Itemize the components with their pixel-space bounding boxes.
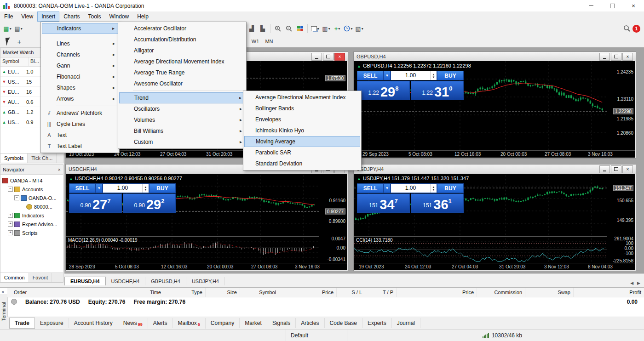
lot-input[interactable]: 1.00▲▼ [103,183,149,193]
column-type[interactable]: Type [164,288,205,297]
navigator-item-accounts[interactable]: −Accounts [2,185,63,193]
chart-shift-icon[interactable]: ▙ [258,23,268,34]
lot-dropdown-icon[interactable]: ▼ [384,183,391,193]
zoom-out-icon[interactable] [284,23,294,34]
terminal-tab-market[interactable]: Market [240,318,267,328]
navigator-item-server[interactable]: −OANDA-O... [2,193,63,202]
menu-item-volumes[interactable]: Volumes▸ [119,114,245,125]
window-maximize-button[interactable] [602,0,623,11]
menu-item-channels[interactable]: Channels▸ [42,49,118,60]
navigator-item-account-server[interactable]: OANDA - MT4 [2,176,63,185]
tab-favorites[interactable]: Favorit [29,273,52,282]
lot-dropdown-icon[interactable]: ▼ [96,183,103,193]
lot-spinner[interactable]: ▲▼ [430,71,437,80]
menu-item-andrews-pitchfork[interactable]: ⫽Andrews' Pitchfork [42,108,118,119]
menu-insert[interactable]: Insert [37,11,59,22]
sell-button[interactable]: SELL [357,71,384,80]
menu-item-arrows[interactable]: Arrows▸ [42,93,118,104]
buy-button[interactable]: BUY [149,183,176,193]
menu-item-trend[interactable]: Trend▸ [119,92,245,103]
menu-item-lines[interactable]: Lines▸ [42,38,118,49]
sell-price[interactable]: 0.90277 [69,193,122,213]
terminal-tab-journal[interactable]: Journal [392,318,420,328]
indicator-list-icon[interactable]: ▟ [247,23,257,34]
chart-tab-usdchf[interactable]: USDCHF,H4 [106,277,146,285]
lot-spinner[interactable]: ▲▼ [430,184,437,193]
sell-price[interactable]: 151347 [357,193,410,213]
column-symbol[interactable]: Symbol [0,57,29,66]
cascade-windows-icon[interactable]: ▾ [310,23,320,34]
terminal-tab-company[interactable]: Company [206,318,240,328]
menu-item-alligator[interactable]: Alligator [119,45,245,56]
tab-symbols[interactable]: Symbols [0,153,28,163]
menu-item-average-true-range[interactable]: Average True Range [119,67,245,78]
menu-item-adx-trend[interactable]: Average Directional Movement Index [244,92,360,103]
terminal-tab-exposure[interactable]: Exposure [35,318,69,328]
column-commission[interactable]: Commission [477,288,525,297]
menu-item-adx[interactable]: Average Directional Movement Index [119,56,245,67]
chart-close-button[interactable]: × [622,165,633,173]
expand-icon[interactable]: + [8,230,13,235]
menu-item-text[interactable]: AText [42,130,118,141]
balance-row[interactable]: Balance: 270.76 USD Equity: 270.76 Free … [7,297,644,307]
tabs-scroll-right-icon[interactable]: ▶ [637,281,640,285]
column-swap[interactable]: Swap [525,288,573,297]
buy-price[interactable]: 1.22310 [411,81,464,100]
cci-indicator-window[interactable]: CCI(14) 133.7180 [354,236,607,263]
sell-button[interactable]: SELL [69,183,96,193]
column-time[interactable]: Time [141,288,164,297]
buy-price[interactable]: 0.90292 [123,193,176,213]
chart-restore-button[interactable] [611,53,621,61]
tab-tick-chart[interactable]: Tick Ch... [28,153,57,163]
menu-item-ichimoku[interactable]: Ichimoku Kinko Hyo [244,125,360,136]
chart-titlebar[interactable]: USDJPY,H4 × [354,165,636,174]
menu-window[interactable]: Window [105,11,133,22]
terminal-tab-account-history[interactable]: Account History [69,318,118,328]
period-mn-button[interactable]: MN [262,37,276,46]
menu-item-gann[interactable]: Gann▸ [42,60,118,71]
navigator-item-scripts[interactable]: +Scripts [2,228,63,237]
terminal-tab-news[interactable]: News99 [118,318,148,329]
column-order[interactable]: Order [7,288,141,297]
chart-close-button[interactable]: × [622,53,633,61]
navigator-item-expert-advisors[interactable]: +Expert Adviso... [2,220,63,228]
terminal-side-tab[interactable]: Terminal [0,294,8,329]
tab-common[interactable]: Common [0,273,29,282]
column-stop-loss[interactable]: S / L [336,288,365,297]
chart-window-usdchf[interactable]: USDCHF,H4 × ▲USDCHF,H4 0.90342 0.90455 0… [65,164,348,271]
menu-item-bollinger-bands[interactable]: Bollinger Bands [244,103,360,114]
column-profit[interactable]: Profit [573,288,644,297]
zoom-in-icon[interactable] [273,23,283,34]
column-size[interactable]: Size [205,288,240,297]
terminal-tab-experts[interactable]: Experts [362,318,392,328]
menu-tools[interactable]: Tools [84,11,105,22]
column-take-profit[interactable]: T / P [365,288,396,297]
period-w1-button[interactable]: W1 [248,37,262,46]
terminal-tab-signals[interactable]: Signals [267,318,296,328]
menu-item-text-label[interactable]: TText Label [42,141,118,152]
profiles-button[interactable]: ▤▾ [13,23,23,34]
expand-icon[interactable]: + [8,222,13,227]
column-price-open[interactable]: Price [279,288,336,297]
navigator-close-icon[interactable]: × [58,167,61,172]
collapse-icon[interactable]: − [8,187,13,192]
chart-window-gbpusd[interactable]: GBPUSD,H4 × ▲GBPUSD,H4 1.22256 1.22372 1… [353,51,636,159]
menu-view[interactable]: View [17,11,37,22]
terminal-tab-mailbox[interactable]: Mailbox6 [172,318,205,329]
new-chart-button[interactable]: ▦▾ [2,23,12,34]
tile-windows-icon[interactable] [295,23,305,34]
chart-minimize-button[interactable] [599,53,610,61]
add-chart-icon[interactable]: +▾ [332,23,342,34]
menu-item-parabolic-sar[interactable]: Parabolic SAR [244,147,360,158]
sell-button[interactable]: SELL [357,183,384,193]
buy-button[interactable]: BUY [437,71,464,80]
tile-horizontal-icon[interactable]: ▥▾ [321,23,331,34]
expand-icon[interactable]: + [8,213,13,218]
menu-item-fibonacci[interactable]: Fibonacci▸ [42,71,118,82]
menu-item-custom[interactable]: Custom▸ [119,136,245,148]
terminal-tab-articles[interactable]: Articles [296,318,324,328]
chart-tab-usdjpy[interactable]: USDJPY,H4 [186,277,225,285]
window-minimize-button[interactable] [581,0,602,11]
chart-tab-gbpusd[interactable]: GBPUSD,H4 [145,277,186,285]
notification-badge[interactable]: 1 [632,25,640,33]
